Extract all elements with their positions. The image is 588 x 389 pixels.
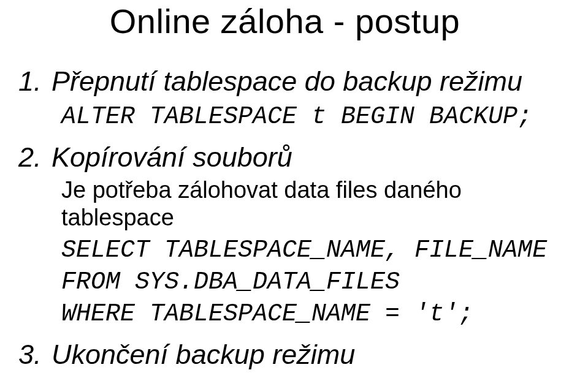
item-subtext: Je potřeba zálohovat data files daného t… (61, 176, 570, 232)
item-heading: 3. Ukončení backup režimu (18, 338, 570, 372)
numbered-list: 1. Přepnutí tablespace do backup režimu … (0, 64, 570, 372)
item-number: 3. (18, 338, 52, 372)
item-heading: 1. Přepnutí tablespace do backup režimu (18, 64, 570, 99)
item-text: Přepnutí tablespace do backup režimu (52, 64, 522, 99)
item-heading: 2. Kopírování souborů (18, 140, 570, 175)
code-block: ALTER TABLESPACE t BEGIN BACKUP; (61, 101, 570, 133)
list-item: 3. Ukončení backup režimu (18, 338, 570, 372)
list-item: 2. Kopírování souborů Je potřeba zálohov… (18, 140, 570, 330)
item-number: 1. (18, 64, 52, 99)
item-text: Kopírování souborů (52, 140, 292, 175)
item-text: Ukončení backup režimu (52, 338, 355, 372)
list-item: 1. Přepnutí tablespace do backup režimu … (18, 64, 570, 133)
slide-page: Online záloha - postup 1. Přepnutí table… (0, 1, 588, 372)
code-block: SELECT TABLESPACE_NAME, FILE_NAME FROM S… (61, 235, 570, 330)
item-number: 2. (18, 140, 52, 175)
page-title: Online záloha - postup (0, 1, 570, 41)
